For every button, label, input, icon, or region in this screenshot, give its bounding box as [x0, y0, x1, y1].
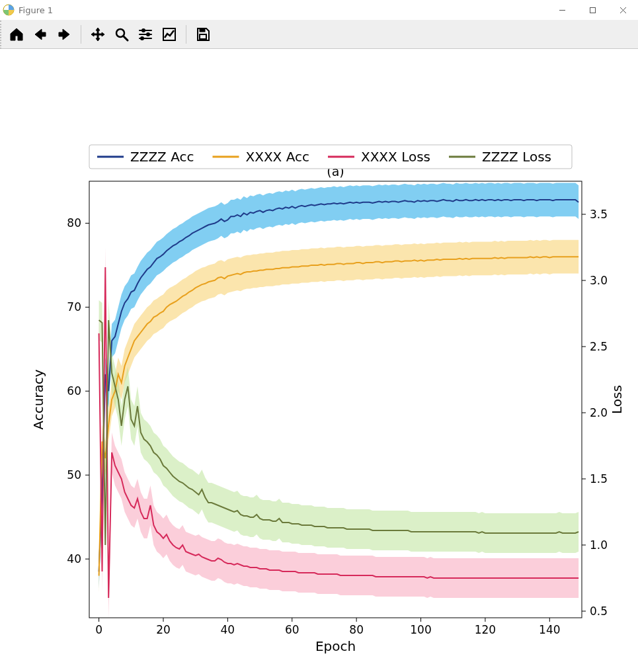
window-minimize-button[interactable] — [547, 0, 577, 20]
svg-point-10 — [147, 33, 149, 36]
y-left-axis-label: Accuracy — [30, 369, 46, 429]
forward-button[interactable] — [53, 23, 75, 46]
legend-label: ZZZZ Acc — [130, 149, 194, 165]
window-title: Figure 1 — [19, 5, 53, 15]
x-tick-label: 80 — [349, 623, 364, 636]
zoom-button[interactable] — [110, 23, 133, 46]
y-left-tick-label: 70 — [67, 300, 81, 314]
x-tick-label: 40 — [221, 623, 235, 636]
svg-point-8 — [142, 29, 145, 32]
plot-svg: 02040608010012014040506070800.51.01.52.0… — [0, 49, 638, 672]
x-tick-label: 140 — [539, 623, 560, 636]
window-titlebar: Figure 1 — [0, 0, 638, 21]
svg-rect-15 — [200, 34, 206, 39]
x-tick-label: 20 — [156, 623, 171, 636]
configure-subplots-icon — [138, 26, 153, 42]
toolbar-separator — [81, 25, 81, 44]
pan-icon — [90, 26, 106, 42]
home-button[interactable] — [5, 23, 28, 46]
y-right-tick-label: 3.0 — [590, 274, 608, 287]
x-axis-label: Epoch — [315, 638, 356, 654]
window-close-button[interactable] — [608, 0, 638, 20]
x-tick-label: 100 — [410, 623, 431, 636]
y-right-tick-label: 1.5 — [590, 472, 608, 485]
app-icon — [3, 4, 15, 16]
edit-axes-icon — [161, 26, 177, 42]
y-left-tick-label: 60 — [67, 384, 81, 398]
save-icon — [195, 26, 211, 42]
legend-label: ZZZZ Loss — [482, 149, 551, 165]
y-right-tick-label: 3.5 — [590, 208, 608, 221]
figure-canvas[interactable]: 02040608010012014040506070800.51.01.52.0… — [0, 49, 638, 672]
svg-rect-2 — [590, 7, 595, 13]
y-right-tick-label: 0.5 — [590, 605, 608, 618]
legend-label: XXXX Loss — [361, 149, 430, 165]
back-icon — [32, 26, 48, 42]
home-icon — [9, 26, 24, 42]
x-tick-label: 0 — [95, 623, 102, 636]
y-right-tick-label: 2.5 — [590, 340, 608, 353]
y-right-tick-label: 2.0 — [590, 406, 608, 419]
svg-point-12 — [141, 37, 143, 40]
pan-button[interactable] — [87, 23, 109, 46]
save-button[interactable] — [192, 23, 214, 46]
x-tick-label: 60 — [285, 623, 299, 636]
y-right-tick-label: 1.0 — [590, 538, 608, 552]
legend-label: XXXX Acc — [245, 149, 309, 165]
toolbar-separator — [186, 25, 186, 44]
x-tick-label: 120 — [475, 623, 496, 636]
configure-subplots-button[interactable] — [134, 23, 157, 46]
svg-rect-14 — [200, 28, 205, 32]
y-left-tick-label: 40 — [67, 552, 81, 566]
forward-icon — [56, 26, 72, 42]
y-left-tick-label: 80 — [67, 216, 81, 230]
back-button[interactable] — [29, 23, 52, 46]
y-right-axis-label: Loss — [609, 385, 625, 414]
matplotlib-toolbar — [0, 21, 638, 49]
window-maximize-button[interactable] — [577, 0, 608, 20]
edit-axes-button[interactable] — [158, 23, 180, 46]
zoom-icon — [114, 26, 130, 42]
svg-line-6 — [124, 36, 128, 40]
y-left-tick-label: 50 — [67, 468, 81, 482]
